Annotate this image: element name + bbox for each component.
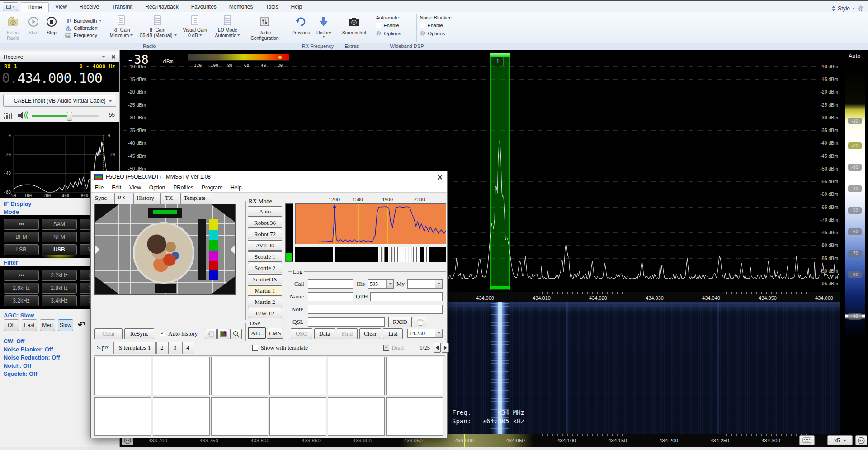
range-chip-neg70[interactable]: -70 [848,250,862,257]
mode-button-lsb[interactable]: LSB [4,244,39,255]
panel-close-icon[interactable] [111,55,115,59]
rx-mode-martin-1[interactable]: Martin 1 [248,285,282,296]
picture-thumbnail[interactable] [94,397,151,436]
keyboard-entry-button[interactable] [799,435,815,445]
channel-marker-1[interactable]: 1 [492,57,504,66]
draft-checkbox[interactable] [383,345,389,351]
receive-panel-header[interactable]: Receive [0,52,119,62]
mmsstv-tab-template[interactable]: Template [180,193,212,204]
filter-header[interactable]: Filter [4,259,18,266]
status-notch[interactable]: Notch: Off [4,363,31,369]
bandwidth-button[interactable]: Bandwidth [64,18,103,24]
abc-checkbox-button[interactable]: ABC [414,317,427,327]
log-clear-button[interactable]: Clear [359,328,381,339]
mmsstv-title-bar[interactable]: F5OEO (F5OEO.MDT) - MMSSTV Ver 1.08 [91,171,447,183]
list-button[interactable]: List [383,328,403,339]
page-prev-button[interactable] [434,343,441,353]
picture-thumbnail[interactable] [153,397,210,436]
range-chip-neg80[interactable]: -80 [848,271,862,278]
picture-thumbnail[interactable] [269,397,326,436]
auto-range-label[interactable]: Auto [840,52,868,59]
picture-thumbnail[interactable] [328,397,385,436]
show-with-template-checkbox[interactable] [252,345,258,351]
rx-mode-auto[interactable]: Auto [248,206,282,217]
mode-button-bfm[interactable]: BFM [4,232,39,242]
visual-gain-button[interactable]: Visual Gain 0 dB [179,13,211,43]
app-menu-button[interactable] [3,2,18,11]
auto-mute-options-button[interactable]: Options [376,30,414,36]
undo-arrow-icon[interactable]: ↶ [78,319,85,330]
speaker-icon[interactable] [17,111,28,120]
afc-button[interactable]: AFC [248,327,266,339]
magnify-button[interactable] [230,329,242,339]
sstv-audio-spectrum[interactable] [295,203,446,244]
zoom-level-button[interactable]: x5 [827,435,853,445]
ribbon-tab-rec-playback[interactable]: Rec/Playback [139,2,184,12]
menu-profiles[interactable]: PRofiles [169,185,198,191]
rf-gain-button[interactable]: RF Gain Minimum [106,13,136,43]
agc-button-med[interactable]: Med [40,319,55,331]
range-chip-neg60[interactable]: -60 [848,228,862,235]
ribbon-tab-transmit[interactable]: Transmit [105,2,139,12]
range-chip-neg90[interactable]: -90 [848,313,862,320]
qsl-field[interactable] [308,317,385,327]
mmsstv-window[interactable]: F5OEO (F5OEO.MDT) - MMSSTV Ver 1.08 File… [90,171,448,438]
rx-mode-robot-36[interactable]: Robot 36 [248,218,282,228]
filter-button-2-2khz[interactable]: 2.2kHz [42,270,77,281]
mode-button-nfm[interactable]: NFM [42,232,77,242]
screenshot-button[interactable]: Screenshot [339,13,369,43]
ribbon-tab-tools[interactable]: Tools [259,2,285,12]
status-squelch[interactable]: Squelch: Off [4,371,37,377]
previous-button[interactable]: Previous [289,13,312,43]
levels-bars-icon[interactable] [4,112,14,120]
filter-button-2-6khz[interactable]: 2.6kHz [4,283,39,294]
menu-edit[interactable]: Edit [108,185,125,191]
mmsstv-tab-rx[interactable]: RX [114,193,132,204]
picture-thumbnail[interactable] [386,357,443,395]
close-button[interactable] [432,171,447,183]
filter-button-2-8khz[interactable]: 2.8kHz [42,283,77,294]
audio-device-select[interactable]: CABLE Input (VB-Audio Virtual Cable) [3,95,116,107]
calibration-button[interactable]: Calibration [64,25,103,31]
settings-gear-icon[interactable] [857,5,864,12]
agc-header[interactable]: AGC: Slow [4,312,34,319]
picture-tab-s-templates-1[interactable]: S.templates 1 [115,342,156,354]
auto-history-checkbox[interactable] [160,331,165,336]
ribbon-tab-receive[interactable]: Receive [73,2,105,12]
rx-mode-martin-2[interactable]: Martin 2 [248,297,282,307]
picture-thumbnail[interactable] [94,357,151,395]
mmsstv-tab-sync[interactable]: Sync [92,193,113,204]
rxid-button[interactable]: RXID [388,317,412,327]
maximize-button[interactable] [416,171,432,183]
menu-option[interactable]: Option [145,185,169,191]
rx-mode-b-w-12[interactable]: B/W 12 [248,308,282,318]
select-radio-button[interactable]: Select Radio [2,13,24,43]
log-frequency-select[interactable]: 14.230 [407,329,443,338]
copy-image-button[interactable] [205,329,217,339]
auto-mute-enable-checkbox[interactable]: Enable [376,23,414,28]
status-cw[interactable]: CW: Off [4,338,24,345]
menu-program[interactable]: Program [198,185,226,191]
menu-file[interactable]: File [91,185,108,191]
lo-mode-button[interactable]: LO Mode Automatic [211,13,244,43]
frequency-button[interactable]: Frequency [64,32,103,38]
agc-button-slow[interactable]: Slow [58,319,73,331]
page-next-button[interactable] [442,343,449,353]
menu-view[interactable]: View [125,185,145,191]
start-button[interactable]: Start [24,13,42,43]
filter-button-3-4khz[interactable]: 3.4kHz [42,295,77,306]
stop-button[interactable]: Stop [42,13,61,43]
data-button[interactable]: Data [314,328,335,339]
volume-slider[interactable] [32,115,99,117]
picture-tab-3[interactable]: 3 [170,342,182,354]
tuning-cursor[interactable] [464,434,465,447]
ribbon-tab-help[interactable]: Help [285,2,309,12]
image-clear-button[interactable]: Clear [94,328,123,339]
picture-tab-4[interactable]: 4 [182,342,194,354]
range-chip-neg30[interactable]: -30 [848,164,862,171]
ribbon-tab-view[interactable]: View [49,2,73,12]
lms-button[interactable]: LMS [267,328,283,339]
note-field[interactable] [308,305,443,314]
picture-thumbnail[interactable] [211,397,268,436]
rx-mode-robot-72[interactable]: Robot 72 [248,229,282,239]
